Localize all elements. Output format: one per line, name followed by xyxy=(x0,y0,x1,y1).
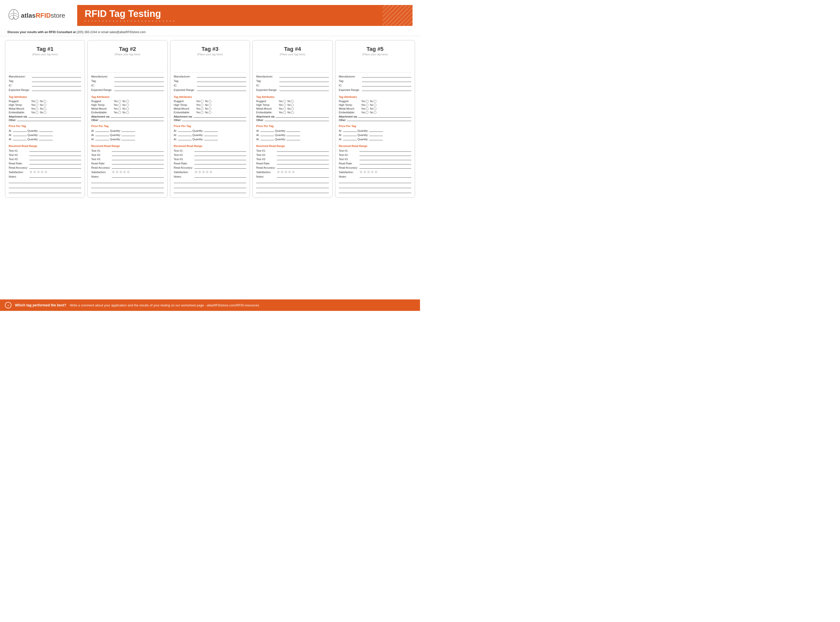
range-label: Expected Range: xyxy=(9,88,31,91)
ic-row: IC: xyxy=(9,84,81,87)
rugged-label: Rugged: xyxy=(9,100,31,103)
tag-4-price: Price Per Tag AtQuantity: AtQuantity: At… xyxy=(256,124,329,142)
readrate-line[interactable] xyxy=(29,162,81,165)
attachment-line[interactable] xyxy=(28,114,81,117)
tag-3-number: Tag #3 xyxy=(174,46,246,52)
rugged-options: Yes No xyxy=(31,100,46,103)
test2-line[interactable] xyxy=(29,153,81,156)
other-line[interactable] xyxy=(17,118,81,121)
hightemp-no: No xyxy=(40,104,46,107)
tag-1-header: Tag #1 (Place your tag here) xyxy=(9,43,81,70)
readaccuracy-label: Read Accuracy: xyxy=(9,166,29,169)
tag-3-header: Tag #3 (Place your tag here) xyxy=(174,43,246,70)
title-stripe xyxy=(383,5,412,26)
tag-card-5: Tag #5 (Place your tag here) Manufacture… xyxy=(335,40,415,198)
qty-line-3[interactable] xyxy=(39,137,53,140)
subtitle-bold: Discuss your results with an RFID Consul… xyxy=(8,30,76,34)
hightemp-yes-radio[interactable] xyxy=(36,104,38,107)
notes-label: Notes: xyxy=(9,175,29,178)
title-area: RFID Tag Testing • • • • • • • • • • • •… xyxy=(77,5,412,26)
embeddable-no-radio[interactable] xyxy=(44,111,46,114)
tag-4-readrange: Received Read Range Test #1: Test #2: Te… xyxy=(256,144,329,195)
range-row: Expected Range: xyxy=(9,88,81,91)
qty-line-2[interactable] xyxy=(39,133,53,136)
qty-line-1[interactable] xyxy=(39,129,53,132)
range-line[interactable] xyxy=(32,88,81,91)
tag-5-placeholder: (Place your tag here) xyxy=(339,53,411,56)
tag-4-number: Tag #4 xyxy=(256,46,329,52)
metalmount-row: Metal-Mount: Yes No xyxy=(9,107,81,110)
footer-question: Which tag performed the best? xyxy=(15,303,66,307)
extra-note-2[interactable] xyxy=(9,184,81,188)
tag-1-number: Tag #1 xyxy=(9,46,81,52)
main-title: RFID Tag Testing xyxy=(85,8,405,19)
header: atlasRFIDstore RFID Tag Testing • • • • … xyxy=(0,0,420,28)
readaccuracy-line[interactable] xyxy=(29,166,81,169)
tag-1-readrange: Received Read Range Test #1: Test #2: Te… xyxy=(9,144,81,195)
satisfaction-row: Satisfaction: ☆☆☆☆☆ xyxy=(9,170,81,174)
metalmount-label: Metal-Mount: xyxy=(9,107,31,110)
title-dots: • • • • • • • • • • • • • • • • • • • • … xyxy=(85,20,405,23)
tag-2-number: Tag #2 xyxy=(91,46,164,52)
readrate-label: Read Rate: xyxy=(9,162,29,165)
tag-3-readrange: Received Read Range Test #1: Test #2: Te… xyxy=(174,144,246,195)
ic-line[interactable] xyxy=(32,84,81,87)
footer: › Which tag performed the best? Write a … xyxy=(0,299,420,311)
tag-row: Tag: xyxy=(9,79,81,82)
notes-line-1[interactable] xyxy=(29,175,81,178)
hightemp-no-radio[interactable] xyxy=(44,104,46,107)
embeddable-row: Embeddable: Yes No xyxy=(9,111,81,114)
hightemp-row: High Temp: Yes No xyxy=(9,104,81,107)
rugged-yes-label: Yes xyxy=(31,100,35,103)
readrange-heading-1: Received Read Range xyxy=(9,145,81,148)
metalmount-yes-radio[interactable] xyxy=(36,107,38,110)
extra-note-1[interactable] xyxy=(9,180,81,183)
manufacturer-line[interactable] xyxy=(32,75,81,78)
tag-3-attributes: Tag Attributes Rugged:YesNo High Temp:Ye… xyxy=(174,95,246,122)
tag-1-price: Price Per Tag At Quantity: At Quantity: … xyxy=(9,124,81,142)
metalmount-no-radio[interactable] xyxy=(44,107,46,110)
tag-line[interactable] xyxy=(32,79,81,82)
test2-row: Test #2: xyxy=(9,153,81,156)
price-line-3[interactable] xyxy=(13,137,27,140)
tag-2-attributes: Tag Attributes Rugged: Yes No High Temp:… xyxy=(91,95,164,122)
manufacturer-row: Manufacturer: xyxy=(9,75,81,78)
subtitle-rest: (205) 383-2244 or email sales@atlasRFIDs… xyxy=(76,30,146,34)
ic-label: IC: xyxy=(9,84,31,87)
satisfaction-label: Satisfaction: xyxy=(9,171,29,174)
metalmount-no: No xyxy=(40,107,46,110)
at-label-1: At xyxy=(9,129,12,132)
test1-line[interactable] xyxy=(29,149,81,152)
price-line-2[interactable] xyxy=(13,133,27,136)
embeddable-no: No xyxy=(40,111,46,114)
test3-line[interactable] xyxy=(29,157,81,160)
tag-3-placeholder: (Place your tag here) xyxy=(174,53,246,56)
attachment-label: Attachment via: xyxy=(9,115,27,118)
stars-1[interactable]: ☆☆☆☆☆ xyxy=(29,170,48,174)
test3-row: Test #3: xyxy=(9,157,81,161)
embeddable-yes-radio[interactable] xyxy=(36,111,38,114)
footer-answer: Write a comment about your application a… xyxy=(70,303,259,307)
logo-text: atlasRFIDstore xyxy=(21,12,65,20)
rugged-no: No xyxy=(40,100,46,103)
manufacturer-label: Manufacturer: xyxy=(9,75,31,78)
readaccuracy-row: Read Accuracy: xyxy=(9,166,81,169)
tag-5-attributes: Tag Attributes Rugged:YesNo High Temp:Ye… xyxy=(339,95,411,122)
tag-4-placeholder: (Place your tag here) xyxy=(256,53,329,56)
test1-label: Test #1: xyxy=(9,149,29,152)
price-line-1[interactable] xyxy=(13,129,27,132)
other-label: Other: xyxy=(9,119,17,122)
tag-5-readrange: Received Read Range Test #1: Test #2: Te… xyxy=(339,144,411,195)
test1-row: Test #1: xyxy=(9,149,81,152)
extra-note-3[interactable] xyxy=(9,189,81,193)
rugged-no-radio[interactable] xyxy=(44,100,46,103)
tag-4-image xyxy=(256,56,329,68)
tag-2-placeholder: (Place your tag here) xyxy=(91,53,164,56)
rugged-yes-radio[interactable] xyxy=(36,100,38,103)
tag-label: Tag: xyxy=(9,79,31,82)
other-row: Other: xyxy=(9,118,81,122)
rugged-row: Rugged: Yes No xyxy=(9,100,81,103)
logo-icon xyxy=(8,8,20,23)
metalmount-options: Yes No xyxy=(31,107,46,110)
tag-4-header: Tag #4 (Place your tag here) xyxy=(256,43,329,70)
